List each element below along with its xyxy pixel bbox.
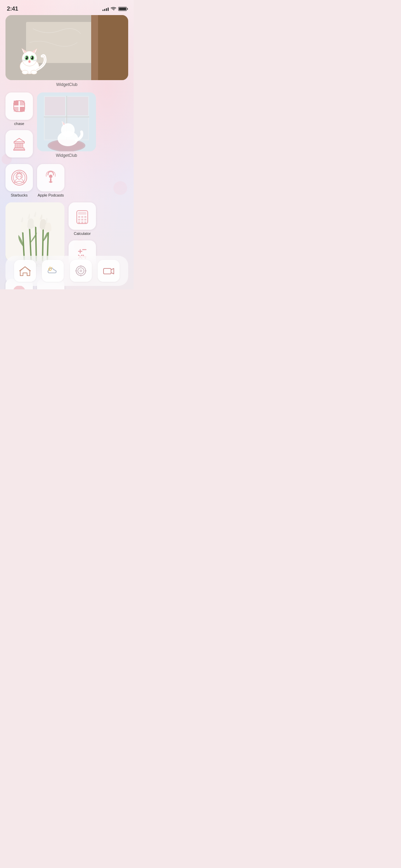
apple-podcasts-app[interactable]: Apple Podcasts	[37, 164, 64, 198]
app-row-2: Starbucks App	[5, 164, 128, 198]
svg-point-53	[20, 176, 21, 177]
bank-building-icon	[11, 136, 27, 152]
svg-rect-40	[67, 97, 88, 115]
dock-focus-app[interactable]	[70, 260, 92, 282]
svg-rect-29	[14, 149, 25, 150]
svg-rect-63	[78, 212, 86, 215]
starbucks-logo-icon	[10, 169, 28, 187]
svg-rect-64	[78, 216, 80, 218]
svg-rect-27	[20, 107, 25, 112]
dock-home-app[interactable]	[14, 260, 36, 282]
weather-icon	[47, 265, 59, 277]
status-icons	[102, 7, 127, 11]
widget-window-photo[interactable]	[37, 92, 96, 151]
starbucks-app[interactable]: Starbucks	[5, 164, 33, 198]
svg-line-84	[25, 267, 31, 271]
svg-point-13	[31, 56, 33, 60]
calculator1-app[interactable]: Calculator	[69, 202, 96, 236]
bank-app[interactable]	[5, 130, 33, 159]
app-row-1: chase	[5, 92, 128, 159]
svg-rect-72	[84, 222, 86, 223]
chase-app[interactable]: chase	[5, 92, 33, 126]
svg-rect-33	[22, 143, 23, 148]
starbucks-label: Starbucks	[11, 193, 28, 198]
svg-point-51	[17, 173, 22, 179]
svg-rect-30	[15, 143, 16, 148]
calculator1-icon-container	[69, 202, 96, 230]
svg-rect-24	[14, 101, 19, 105]
svg-rect-66	[84, 216, 86, 218]
svg-point-16	[29, 60, 31, 61]
widget-tulips-photo[interactable]	[5, 202, 64, 261]
svg-point-90	[80, 269, 82, 272]
svg-point-14	[26, 57, 27, 58]
svg-point-81	[13, 286, 25, 289]
calculator1-label: Calculator	[74, 231, 91, 236]
svg-rect-56	[5, 202, 64, 261]
svg-line-83	[20, 267, 25, 271]
dock-video-app[interactable]	[98, 260, 120, 282]
svg-point-22	[22, 70, 28, 74]
chase-icon-container	[5, 92, 33, 120]
home-icon	[19, 265, 31, 277]
widget-top-photo[interactable]	[5, 15, 128, 80]
podcasts-logo-icon	[42, 169, 60, 187]
chase-logo-icon	[11, 98, 27, 114]
chase-label: chase	[14, 122, 24, 126]
svg-rect-95	[104, 268, 111, 274]
status-time: 2:41	[7, 5, 18, 12]
svg-rect-3	[91, 15, 98, 80]
video-camera-icon	[102, 265, 115, 277]
starbucks-icon-container	[5, 164, 33, 191]
bank-icon-container	[5, 130, 33, 158]
svg-rect-31	[17, 143, 19, 148]
focus-target-icon	[75, 265, 87, 277]
svg-rect-67	[78, 219, 80, 221]
svg-rect-34	[14, 142, 24, 143]
dock	[5, 256, 128, 286]
svg-point-52	[18, 176, 19, 177]
widget-window-label: WidgetClub	[56, 153, 77, 158]
podcasts-label: Apple Podcasts	[38, 193, 64, 198]
signal-bars-icon	[102, 7, 109, 11]
svg-text:a: a	[49, 286, 53, 289]
svg-point-54	[49, 175, 52, 178]
svg-point-12	[26, 56, 28, 60]
svg-rect-70	[78, 222, 80, 223]
svg-rect-71	[81, 222, 83, 223]
svg-point-17	[28, 61, 31, 63]
svg-point-15	[31, 57, 32, 58]
svg-rect-25	[20, 101, 25, 105]
svg-rect-65	[81, 216, 83, 218]
svg-rect-69	[84, 219, 86, 221]
svg-line-87	[51, 267, 52, 268]
svg-rect-32	[20, 143, 21, 148]
svg-point-5	[22, 51, 37, 66]
svg-point-23	[31, 70, 37, 74]
podcasts-icon-container	[37, 164, 64, 191]
svg-rect-39	[45, 97, 65, 115]
calculator-grid-icon	[74, 208, 90, 224]
svg-rect-26	[14, 107, 19, 112]
svg-rect-38	[44, 116, 89, 117]
svg-rect-68	[81, 219, 83, 221]
wifi-icon	[111, 7, 116, 11]
dock-weather-app[interactable]	[42, 260, 64, 282]
svg-point-50	[13, 172, 25, 184]
widget-top-label: WidgetClub	[5, 82, 128, 87]
svg-rect-2	[95, 15, 128, 80]
battery-icon	[118, 7, 127, 11]
status-bar: 2:41	[0, 0, 134, 15]
